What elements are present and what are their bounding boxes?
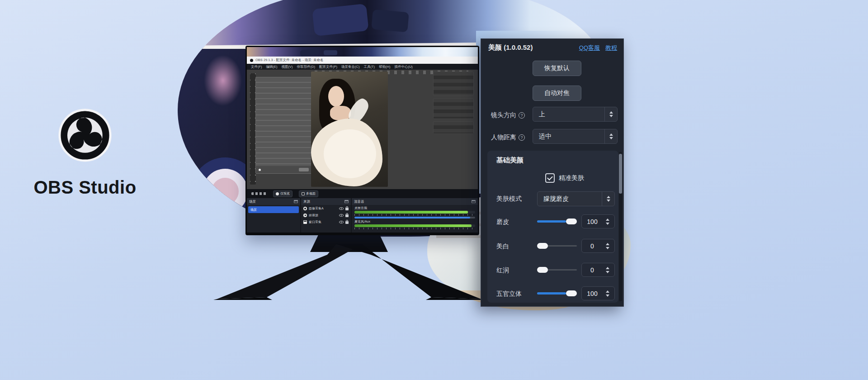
whitening-value-box[interactable]: 0 xyxy=(581,239,615,253)
dialog-indicator-dot xyxy=(259,169,261,171)
source-name: 图像采集A xyxy=(309,206,337,211)
stepper-down-icon[interactable] xyxy=(606,247,609,249)
tutorial-link[interactable]: 教程 xyxy=(605,44,617,52)
stepper-up-icon[interactable] xyxy=(606,243,609,245)
stepper-up-icon[interactable] xyxy=(606,267,609,269)
panel-options-icon[interactable] xyxy=(294,200,298,203)
menu-docks[interactable]: 停靠部件(D) xyxy=(297,65,315,69)
meter-ticks xyxy=(354,214,475,216)
visibility-eye-icon[interactable] xyxy=(339,207,344,210)
slider-handle[interactable] xyxy=(566,218,577,224)
obs-preview-controls-row: 仅预览 多视图 xyxy=(247,189,478,198)
number-stepper[interactable] xyxy=(603,218,614,225)
whitening-slider[interactable] xyxy=(537,243,577,249)
monitor-stand xyxy=(209,231,489,300)
blob-pink-glow xyxy=(196,44,250,117)
blob-chair-shape xyxy=(312,4,369,36)
stepper-up-icon[interactable] xyxy=(606,290,609,293)
precise-skin-label: 精准美肤 xyxy=(559,174,584,182)
visibility-eye-icon[interactable] xyxy=(339,214,344,217)
editor-layers-dialog[interactable] xyxy=(255,77,312,174)
select-spinner[interactable] xyxy=(602,192,614,206)
channel-name: 桌面音频 xyxy=(354,206,475,210)
person-distance-select[interactable]: 适中 xyxy=(533,129,618,144)
panel-scrollbar[interactable] xyxy=(619,152,622,301)
source-item[interactable]: 窗口采集 xyxy=(301,218,351,225)
visibility-eye-icon[interactable] xyxy=(339,221,344,223)
lock-icon[interactable] xyxy=(345,214,349,217)
chevron-down-icon[interactable] xyxy=(609,137,613,139)
stepper-down-icon[interactable] xyxy=(606,223,609,225)
lock-icon[interactable] xyxy=(345,221,349,224)
editor-panel[interactable] xyxy=(433,121,474,134)
scene-item-selected[interactable]: 场景 xyxy=(248,206,299,213)
precise-skin-checkbox-row[interactable]: 精准美肤 xyxy=(545,173,584,183)
chevron-up-icon[interactable] xyxy=(609,111,613,114)
chevron-down-icon[interactable] xyxy=(609,115,613,117)
desktop-wallpaper xyxy=(247,47,478,57)
smooth-skin-value: 100 xyxy=(582,218,603,225)
number-stepper[interactable] xyxy=(603,267,614,273)
face-3d-value-box[interactable]: 100 xyxy=(581,286,615,300)
wallpaper-chair-shape xyxy=(300,48,319,57)
menu-help[interactable]: 帮助(H) xyxy=(379,65,390,69)
smooth-skin-value-box[interactable]: 100 xyxy=(581,214,615,228)
slider-handle[interactable] xyxy=(566,290,577,296)
chip-label: 多视图 xyxy=(306,191,316,196)
editor-panel[interactable] xyxy=(433,71,474,96)
blob-swirl-pink xyxy=(212,178,239,205)
slider-handle[interactable] xyxy=(537,243,548,249)
help-icon[interactable]: ? xyxy=(519,134,525,141)
smooth-skin-slider[interactable] xyxy=(537,218,577,224)
mixer-channel: 麦克风/Aux xyxy=(352,218,478,229)
menu-edit[interactable]: 编辑(E) xyxy=(266,65,278,69)
source-item[interactable]: 图像采集A xyxy=(301,205,351,212)
autofocus-button[interactable]: 自动对焦 xyxy=(533,86,581,101)
stepper-down-icon[interactable] xyxy=(606,294,609,297)
menu-tools[interactable]: 工具(T) xyxy=(363,65,375,69)
menu-scene-collection[interactable]: 场景集合(C) xyxy=(341,65,359,69)
menu-file[interactable]: 文件(F) xyxy=(251,65,262,69)
chevron-down-icon[interactable] xyxy=(607,200,610,202)
face-3d-slider[interactable] xyxy=(537,290,577,296)
chip-label: 仅预览 xyxy=(280,191,290,196)
select-spinner[interactable] xyxy=(604,107,617,121)
preview-control-dots[interactable] xyxy=(251,192,267,195)
menu-view[interactable]: 视图(V) xyxy=(282,65,293,69)
help-icon[interactable]: ? xyxy=(519,112,525,119)
portrait-photo xyxy=(311,71,388,187)
chevron-up-icon[interactable] xyxy=(609,133,613,136)
multiview-toggle[interactable]: 多视图 xyxy=(299,190,318,197)
camera-direction-select[interactable]: 上 xyxy=(533,107,618,122)
skin-mode-select[interactable]: 朦胧磨皮 xyxy=(537,191,615,206)
beauty-filter-panel: 美颜 (1.0.0.52) QQ客服 教程 恢复默认 自动对焦 镜头方向 ? 上… xyxy=(481,38,624,307)
stepper-up-icon[interactable] xyxy=(606,218,609,221)
dialog-button[interactable] xyxy=(299,168,309,171)
wallpaper-chair-shape xyxy=(324,50,337,55)
portrait-dress-highlight xyxy=(324,129,376,178)
select-spinner[interactable] xyxy=(604,129,617,143)
menu-plugin-center[interactable]: 插件中心(U) xyxy=(394,65,412,69)
scrollbar-thumb[interactable] xyxy=(619,154,622,194)
volume-slider[interactable] xyxy=(354,217,475,218)
panel-options-icon[interactable] xyxy=(472,200,476,203)
preview-only-toggle[interactable]: 仅预览 xyxy=(273,190,292,197)
stepper-down-icon[interactable] xyxy=(606,271,609,273)
rosy-slider[interactable] xyxy=(537,267,577,273)
menu-profile[interactable]: 配置文件(P) xyxy=(319,65,337,69)
rosy-value-box[interactable]: 0 xyxy=(581,263,615,277)
obs-preview-area xyxy=(247,70,478,189)
number-stepper[interactable] xyxy=(603,290,614,297)
source-item[interactable]: 媒体源 xyxy=(301,212,351,218)
restore-defaults-button[interactable]: 恢复默认 xyxy=(533,61,581,76)
panel-options-icon[interactable] xyxy=(344,200,349,203)
lock-icon[interactable] xyxy=(345,208,349,210)
number-stepper[interactable] xyxy=(603,243,614,249)
skin-mode-label: 美肤模式 xyxy=(496,195,522,203)
chevron-up-icon[interactable] xyxy=(607,196,610,198)
slider-handle[interactable] xyxy=(537,267,548,273)
precise-skin-checkbox[interactable] xyxy=(545,173,555,183)
obs-window-titlebar[interactable]: OBS 29.1.3 - 配置文件: 未命名 - 场景: 未命名 xyxy=(247,57,478,64)
editor-panel[interactable] xyxy=(433,98,474,119)
qq-support-link[interactable]: QQ客服 xyxy=(579,44,600,52)
